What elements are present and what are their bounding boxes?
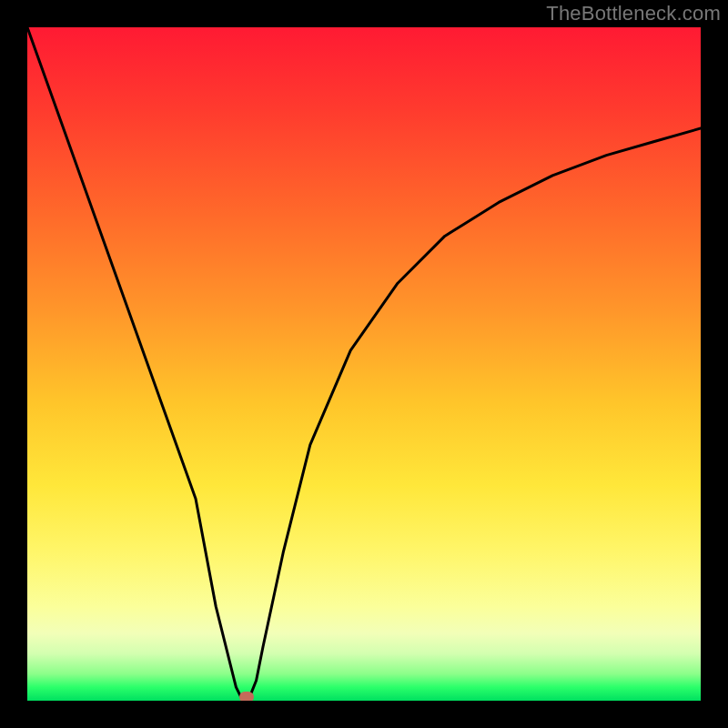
- bottleneck-curve: [27, 27, 701, 701]
- optimal-point-marker: [239, 692, 254, 701]
- chart-frame: TheBottleneck.com: [0, 0, 728, 728]
- watermark-text: TheBottleneck.com: [546, 2, 721, 25]
- plot-area: [27, 27, 701, 701]
